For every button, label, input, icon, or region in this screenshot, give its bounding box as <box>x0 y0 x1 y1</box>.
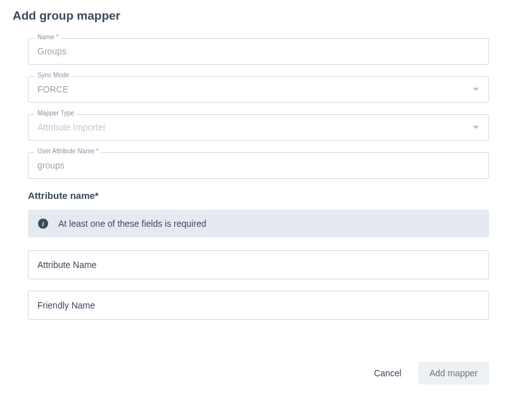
user-attribute-name-field-wrapper: User Attribute Name * <box>28 152 489 179</box>
user-attribute-name-input[interactable] <box>28 152 489 179</box>
attribute-name-input[interactable] <box>28 250 489 279</box>
name-input[interactable] <box>28 38 489 65</box>
user-attribute-name-label: User Attribute Name * <box>35 148 101 155</box>
info-banner: i At least one of these fields is requir… <box>28 210 489 238</box>
attribute-name-section-label: Attribute name* <box>28 190 489 201</box>
actions-bar: Cancel Add mapper <box>28 362 489 385</box>
mapper-type-select: Attribute Importer <box>28 114 489 141</box>
sync-mode-label: Sync Mode <box>35 72 72 79</box>
info-icon: i <box>38 219 48 229</box>
form-container: Name * Sync Mode FORCE Mapper Type Attri… <box>13 38 504 385</box>
name-field-wrapper: Name * <box>28 38 489 65</box>
sync-mode-field-wrapper: Sync Mode FORCE <box>28 76 489 103</box>
mapper-type-field-wrapper: Mapper Type Attribute Importer <box>28 114 489 141</box>
page-title: Add group mapper <box>13 9 504 23</box>
cancel-button[interactable]: Cancel <box>362 362 413 385</box>
add-mapper-button[interactable]: Add mapper <box>418 362 489 385</box>
mapper-type-label: Mapper Type <box>35 110 77 117</box>
sync-mode-select[interactable]: FORCE <box>28 76 489 103</box>
name-label: Name * <box>35 34 61 41</box>
friendly-name-input[interactable] <box>28 291 489 320</box>
info-text: At least one of these fields is required <box>58 219 206 229</box>
